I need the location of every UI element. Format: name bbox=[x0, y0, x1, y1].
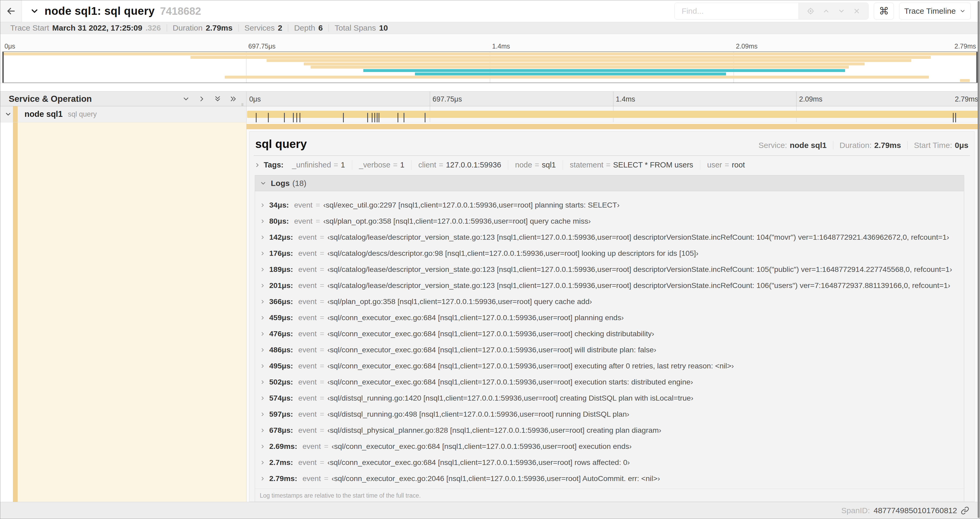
top-nav: node sql1: sql query 7418682 ⌘ Trace Tim… bbox=[0, 0, 980, 22]
chevron-right-icon bbox=[260, 444, 266, 449]
tags-label: Tags: bbox=[264, 161, 283, 169]
prev-match-icon[interactable] bbox=[822, 7, 830, 15]
chevron-right-icon bbox=[260, 331, 266, 337]
log-row[interactable]: 476μs: event = ‹sql/conn_executor_exec.g… bbox=[255, 326, 964, 342]
next-match-icon[interactable] bbox=[838, 7, 845, 15]
back-button[interactable] bbox=[0, 0, 22, 22]
ruler-tick-label: 2.79ms bbox=[955, 43, 976, 50]
log-row[interactable]: 486μs: event = ‹sql/conn_executor_exec.g… bbox=[255, 342, 964, 358]
span-row[interactable]: node sql1 sql query bbox=[0, 106, 980, 122]
ruler-tick-label: 697.75μs bbox=[433, 95, 462, 103]
arrow-left-icon bbox=[6, 6, 17, 17]
log-row[interactable]: 366μs: event = ‹sql/plan_opt.go:358 [nsq… bbox=[255, 294, 964, 310]
log-row[interactable]: 597μs: event = ‹sql/distsql_running.go:4… bbox=[255, 406, 964, 422]
tag-item: node=sql1 bbox=[508, 160, 563, 170]
divider bbox=[907, 141, 908, 150]
view-selector-button[interactable]: Trace Timeline bbox=[899, 3, 971, 19]
trace-title-group: node sql1: sql query 7418682 bbox=[30, 5, 201, 18]
log-row[interactable]: 34μs: event = ‹sql/exec_util.go:2297 [ns… bbox=[255, 197, 964, 213]
column-header-label: Service & Operation bbox=[9, 94, 92, 104]
span-meta-item: Start Time:0μs bbox=[914, 141, 969, 150]
chevron-right-icon bbox=[260, 476, 266, 482]
chevron-right-icon bbox=[260, 460, 266, 465]
locate-icon[interactable] bbox=[807, 7, 815, 15]
trace-stat: Total Spans10 bbox=[329, 24, 394, 32]
chevron-right-icon bbox=[260, 428, 266, 433]
link-icon[interactable] bbox=[961, 506, 969, 515]
chevron-right-icon bbox=[260, 283, 266, 289]
log-row[interactable]: 574μs: event = ‹sql/distsql_running.go:1… bbox=[255, 390, 964, 406]
log-row[interactable]: 2.79ms: event = ‹sql/conn_executor_exec.… bbox=[255, 471, 964, 487]
span-duration-bar[interactable] bbox=[247, 111, 979, 118]
span-color-stripe bbox=[13, 106, 18, 122]
ruler-tick-label: 2.09ms bbox=[799, 95, 822, 103]
chevron-right-icon bbox=[260, 363, 266, 369]
chevron-right-icon bbox=[260, 235, 266, 240]
tags-row[interactable]: Tags: _unfinished=1_verbose=1client=127.… bbox=[250, 156, 974, 174]
clear-find-icon[interactable] bbox=[853, 7, 861, 15]
logs-count: (18) bbox=[293, 179, 306, 188]
span-operation-title: sql query bbox=[255, 137, 307, 150]
keyboard-shortcuts-button[interactable]: ⌘ bbox=[874, 3, 894, 19]
vertical-scrollbar[interactable] bbox=[978, 1, 980, 518]
span-detail-panel: sql query Service:node sql1Duration:2.79… bbox=[249, 131, 974, 502]
span-detail-accent-bar bbox=[247, 124, 980, 129]
span-meta-item: Service:node sql1 bbox=[759, 141, 826, 150]
span-footer-bar: SpanID: 4877749850101760812 bbox=[0, 502, 980, 519]
tag-item: user=root bbox=[700, 160, 752, 170]
trace-id: 7418682 bbox=[160, 5, 201, 17]
collapse-all-icon[interactable] bbox=[214, 95, 221, 103]
spanid-value: 4877749850101760812 bbox=[873, 506, 957, 515]
chevron-right-icon bbox=[260, 395, 266, 401]
tag-item: _unfinished=1 bbox=[285, 160, 352, 170]
page-title: node sql1: sql query bbox=[45, 5, 154, 18]
chevron-right-icon bbox=[260, 315, 266, 321]
trace-minimap: 0μs697.75μs1.4ms2.09ms2.79ms bbox=[0, 34, 980, 83]
ruler-tick-label: 0μs bbox=[5, 43, 15, 50]
chevron-down-icon[interactable] bbox=[30, 6, 39, 16]
detail-right-column: sql query Service:node sql1Duration:2.79… bbox=[247, 122, 980, 502]
logs-header[interactable]: Logs (18) bbox=[255, 176, 964, 191]
service-operation-header: Service & Operation ∥ bbox=[0, 91, 247, 106]
ruler-tick-label: 1.4ms bbox=[492, 43, 510, 50]
find-input[interactable] bbox=[675, 3, 799, 19]
expand-all-icon[interactable] bbox=[229, 95, 237, 103]
minimap-ruler: 0μs697.75μs1.4ms2.09ms2.79ms bbox=[2, 43, 978, 51]
scrubber-left-handle[interactable] bbox=[2, 52, 4, 83]
span-meta-item: Duration:2.79ms bbox=[840, 141, 901, 150]
timeline-collapse-controls bbox=[182, 95, 237, 103]
detail-left-column bbox=[0, 122, 247, 502]
log-row[interactable]: 189μs: event = ‹sql/catalog/lease/descri… bbox=[255, 261, 964, 278]
collapse-one-icon[interactable] bbox=[182, 95, 190, 103]
timeline-header: Service & Operation ∥ 0μs697.75μs1.4ms2.… bbox=[0, 91, 980, 106]
chevron-right-icon bbox=[260, 299, 266, 305]
log-row[interactable]: 678μs: event = ‹sql/distsql_physical_pla… bbox=[255, 422, 964, 438]
log-row[interactable]: 502μs: event = ‹sql/conn_executor_exec.g… bbox=[255, 374, 964, 390]
chevron-right-icon bbox=[260, 379, 266, 385]
tag-item: client=127.0.0.1:59936 bbox=[411, 160, 508, 170]
ruler-tick-label: 697.75μs bbox=[248, 43, 275, 50]
spanid-label: SpanID: bbox=[842, 506, 870, 515]
log-row[interactable]: 2.69ms: event = ‹sql/conn_executor_exec.… bbox=[255, 438, 964, 454]
expand-one-icon[interactable] bbox=[198, 95, 206, 103]
chevron-down-icon bbox=[959, 8, 966, 14]
span-color-stripe bbox=[13, 122, 18, 502]
ruler-tick-label: 2.79ms bbox=[955, 95, 978, 103]
log-row[interactable]: 2.7ms: event = ‹sql/conn_executor_exec.g… bbox=[255, 454, 964, 471]
span-name-cell[interactable]: node sql1 sql query bbox=[0, 106, 247, 122]
log-row[interactable]: 201μs: event = ‹sql/catalog/lease/descri… bbox=[255, 278, 964, 294]
span-timeline-cell[interactable] bbox=[247, 106, 980, 122]
chevron-down-icon[interactable] bbox=[5, 110, 12, 118]
chevron-right-icon bbox=[260, 267, 266, 272]
chevron-right-icon bbox=[260, 347, 266, 353]
chevron-right-icon bbox=[260, 218, 266, 224]
find-group bbox=[675, 3, 869, 19]
minimap-viewport-scrubber[interactable] bbox=[2, 51, 978, 83]
log-row[interactable]: 142μs: event = ‹sql/catalog/lease/descri… bbox=[255, 229, 964, 245]
log-row[interactable]: 176μs: event = ‹sql/catalog/descs/descri… bbox=[255, 245, 964, 261]
log-row[interactable]: 80μs: event = ‹sql/plan_opt.go:358 [nsql… bbox=[255, 213, 964, 229]
chevron-right-icon bbox=[254, 162, 261, 168]
log-row[interactable]: 495μs: event = ‹sql/conn_executor_exec.g… bbox=[255, 358, 964, 374]
log-row[interactable]: 459μs: event = ‹sql/conn_executor_exec.g… bbox=[255, 310, 964, 326]
ruler-tick-label: 1.4ms bbox=[616, 95, 635, 103]
